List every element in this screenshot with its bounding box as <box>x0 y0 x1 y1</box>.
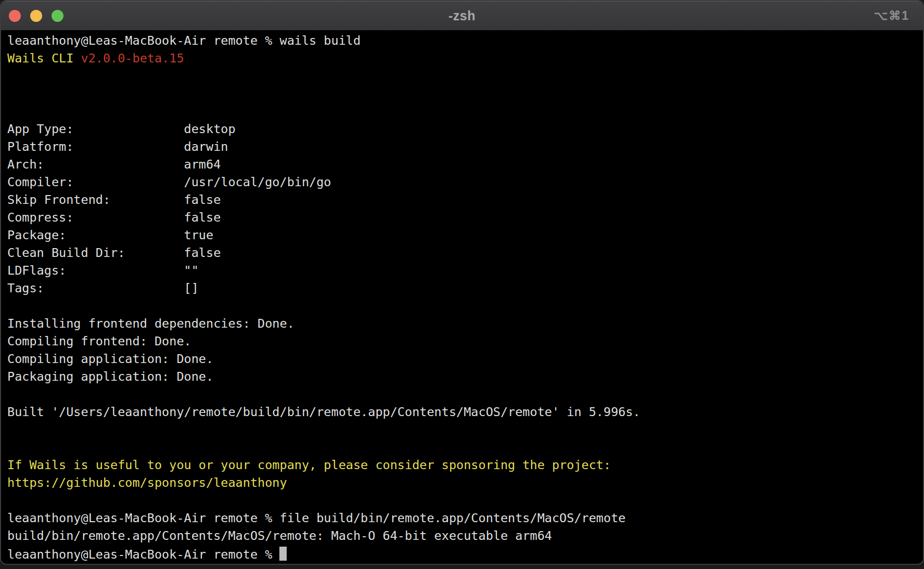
terminal-text: leaanthony@Leas-MacBook-Air remote % <box>7 547 279 562</box>
terminal-line <box>7 297 923 315</box>
terminal-output[interactable]: leaanthony@Leas-MacBook-Air remote % wai… <box>1 30 923 563</box>
terminal-text: build/bin/remote.app/Contents/MacOS/remo… <box>7 528 552 543</box>
terminal-text: Platform: darwin <box>7 139 228 154</box>
terminal-line: https://github.com/sponsors/leaanthony <box>7 474 923 492</box>
terminal-text: App Type: desktop <box>7 122 236 136</box>
terminal-text: Clean Build Dir: false <box>7 245 221 260</box>
text-cursor <box>279 547 287 561</box>
terminal-line: leaanthony@Leas-MacBook-Air remote % wai… <box>7 32 923 49</box>
terminal-line: Platform: darwin <box>7 138 923 156</box>
title-bar[interactable]: -zsh ⌥⌘1 <box>1 1 923 30</box>
terminal-window: -zsh ⌥⌘1 leaanthony@Leas-MacBook-Air rem… <box>0 0 924 565</box>
terminal-line <box>7 421 923 438</box>
terminal-text: Tags: [] <box>7 281 199 295</box>
terminal-line: Package: true <box>7 226 923 244</box>
terminal-line <box>7 102 923 120</box>
terminal-line: leaanthony@Leas-MacBook-Air remote % fil… <box>7 509 923 527</box>
terminal-line: Compress: false <box>7 209 923 226</box>
terminal-line: Packaging application: Done. <box>7 368 923 385</box>
terminal-text: Built '/Users/leaanthony/remote/build/bi… <box>7 405 640 419</box>
terminal-text: If Wails is useful to you or your compan… <box>7 458 611 472</box>
terminal-line <box>7 438 923 456</box>
terminal-line <box>7 492 923 509</box>
terminal-text: v2.0.0-beta.15 <box>81 51 184 66</box>
terminal-text: leaanthony@Leas-MacBook-Air remote % wai… <box>7 33 361 48</box>
terminal-line <box>7 85 923 102</box>
terminal-line: Clean Build Dir: false <box>7 244 923 262</box>
terminal-text: Package: true <box>7 228 213 242</box>
terminal-line: Wails CLI v2.0.0-beta.15 <box>7 49 923 67</box>
terminal-text: Installing frontend dependencies: Done. <box>7 316 294 331</box>
terminal-text: Wails CLI <box>7 51 81 66</box>
terminal-text: Skip Frontend: false <box>7 192 221 207</box>
terminal-text: Compress: false <box>7 210 221 225</box>
window-title: -zsh <box>1 8 923 23</box>
terminal-text: https://github.com/sponsors/leaanthony <box>7 475 287 490</box>
terminal-line: leaanthony@Leas-MacBook-Air remote % <box>7 545 923 563</box>
terminal-line: Skip Frontend: false <box>7 191 923 209</box>
terminal-line: Compiling application: Done. <box>7 350 923 368</box>
terminal-text: Compiling frontend: Done. <box>7 334 191 348</box>
terminal-text: LDFlags: "" <box>7 263 199 278</box>
terminal-line: Compiling frontend: Done. <box>7 332 923 350</box>
terminal-line: LDFlags: "" <box>7 262 923 279</box>
terminal-text: Packaging application: Done. <box>7 369 213 384</box>
terminal-line: build/bin/remote.app/Contents/MacOS/remo… <box>7 527 923 545</box>
terminal-text: Arch: arm64 <box>7 157 221 172</box>
window-shortcut-badge: ⌥⌘1 <box>874 9 909 23</box>
terminal-line: Compiler: /usr/local/go/bin/go <box>7 173 923 191</box>
terminal-line: Installing frontend dependencies: Done. <box>7 315 923 332</box>
terminal-line: App Type: desktop <box>7 120 923 138</box>
terminal-line: Tags: [] <box>7 279 923 297</box>
terminal-text: Compiler: /usr/local/go/bin/go <box>7 175 331 189</box>
terminal-text: leaanthony@Leas-MacBook-Air remote % fil… <box>7 511 625 525</box>
terminal-text: Compiling application: Done. <box>7 352 213 366</box>
terminal-line: Built '/Users/leaanthony/remote/build/bi… <box>7 403 923 421</box>
terminal-line: If Wails is useful to you or your compan… <box>7 456 923 474</box>
terminal-line <box>7 385 923 403</box>
terminal-line: Arch: arm64 <box>7 156 923 173</box>
terminal-line <box>7 67 923 85</box>
